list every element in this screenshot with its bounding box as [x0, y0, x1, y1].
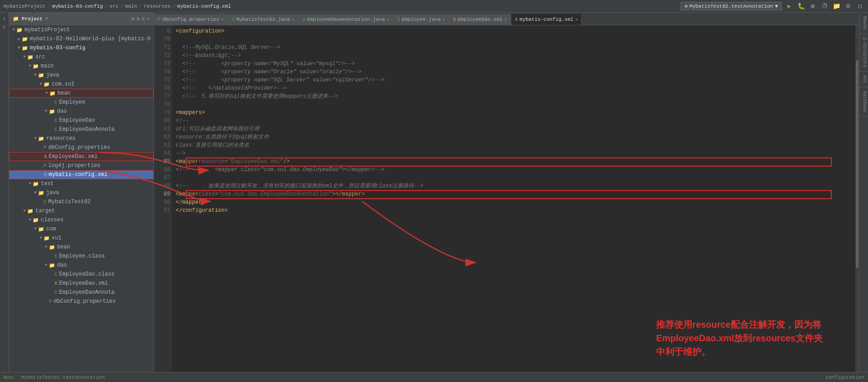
- panel-settings-icon[interactable]: ⚙: [142, 15, 145, 22]
- panel-close-icon[interactable]: ✕: [147, 15, 150, 22]
- profile-button[interactable]: ⏱: [820, 2, 829, 11]
- run-button[interactable]: ▶: [785, 2, 794, 11]
- tree-item-empDaoXml[interactable]: XEmployeeDao.xml: [9, 152, 153, 161]
- tab-icon: P: [158, 17, 161, 22]
- sidebar-icon-2[interactable]: P: [0, 24, 9, 32]
- tree-label-log4j: log4j.properties: [48, 162, 153, 169]
- editor-tab-EmployeeDao_xml[interactable]: XEmployeeDao.xml✕: [449, 14, 511, 25]
- scrollbar-vertical[interactable]: [855, 25, 859, 372]
- panel-dropdown-icon[interactable]: ▼: [45, 16, 48, 21]
- tree-item-dao[interactable]: ▼📁dao: [9, 107, 153, 116]
- tree-item-cfg[interactable]: ▼📁mybatis-03-config: [9, 43, 153, 53]
- tree-icon-empClass: C: [54, 253, 58, 259]
- tree-item-hw[interactable]: ▶📁mybatis-02-HelloWorld-plus [mybatis-0: [9, 34, 153, 43]
- tree-icon-dbConfig2: P: [49, 299, 52, 304]
- editor-tab-Employee_java[interactable]: JEmployee.java✕: [393, 14, 449, 25]
- tree-label-java: java: [46, 72, 153, 78]
- tree-arrow-bean: ▼: [44, 91, 49, 96]
- tree-item-empDaoXml2[interactable]: XEmployeeDao.xml: [9, 279, 153, 288]
- status-run-config: MybatisTest02.testAnnotation: [21, 375, 105, 380]
- tree-item-root[interactable]: ▼📁mybatisProject: [9, 25, 153, 34]
- tab-icon: J: [397, 17, 400, 22]
- panel-sync-icon[interactable]: ⇄: [131, 15, 134, 22]
- tree-item-src[interactable]: ▼📁src: [9, 53, 153, 62]
- tree-item-bean2[interactable]: ▼📁bean: [9, 243, 153, 252]
- toolbar-button2[interactable]: ⊡: [844, 2, 853, 11]
- tree-item-target[interactable]: ▼📁target: [9, 206, 153, 215]
- tree-item-employee[interactable]: CEmployee: [9, 98, 153, 107]
- tree-label-employee: Employee: [59, 99, 153, 105]
- tree-item-dbConfig2[interactable]: PdbConfig.properties: [9, 297, 153, 306]
- tab-close[interactable]: ✕: [387, 17, 389, 22]
- tree-item-empDaoAnno[interactable]: CEmployeeDaoAnnota: [9, 125, 153, 134]
- code-editor[interactable]: 6707172737475767778798081828384858687888…: [154, 25, 859, 372]
- tree-item-empClass[interactable]: CEmployee.class: [9, 252, 153, 261]
- tree-arrow-cfg: ▼: [16, 46, 22, 50]
- editor-tab-EmployeeDaoAnnotation_java[interactable]: JEmployeeDaoAnnotation.java✕: [299, 14, 393, 25]
- run-config-dropdown[interactable]: ⚙ MybatisTest02.testAnnotation ▼: [681, 2, 782, 10]
- right-tab-ant[interactable]: Ant: [859, 72, 868, 87]
- tab-close[interactable]: ✕: [575, 17, 578, 22]
- tree-arrow-root: ▼: [11, 28, 16, 32]
- tree-label-src: src: [35, 54, 153, 60]
- tree-item-testJava[interactable]: ▼📁java: [9, 188, 153, 197]
- tree-item-xu1[interactable]: ▼📁xu1: [9, 234, 153, 243]
- tree-label-dbConfig2: dbConfig.properties: [54, 298, 153, 305]
- tree-item-java[interactable]: ▼📁java: [9, 71, 153, 80]
- tree-item-com2[interactable]: ▼📁com: [9, 224, 153, 234]
- scrollbar-thumb[interactable]: [856, 60, 858, 268]
- editor-tab-MybatisTest02_java[interactable]: JMybatisTest02.java✕: [228, 14, 298, 25]
- tree-item-resources[interactable]: ▼📁resources: [9, 134, 153, 143]
- toolbar-button3[interactable]: ◻: [855, 2, 864, 11]
- tree-item-log4j[interactable]: Plog4j.properties: [9, 161, 153, 170]
- breadcrumb-module[interactable]: mybatis-03-config: [52, 4, 103, 9]
- tree-label-dao2: dao: [57, 262, 153, 268]
- tree-item-com[interactable]: ▼📁com.xu1: [9, 80, 153, 89]
- line-number-72: 72: [154, 52, 170, 60]
- tree-item-dbConfig[interactable]: PdbConfig.properties: [9, 143, 153, 152]
- coverage-button[interactable]: ⚙: [808, 2, 817, 11]
- editor-tabs: PdbConfig.properties✕JMybatisTest02.java…: [154, 13, 859, 25]
- panel-expand-icon[interactable]: ⇅: [136, 15, 139, 22]
- right-tab-maven[interactable]: Maven: [859, 13, 868, 34]
- right-tab-structure[interactable]: Z-Structure: [859, 34, 868, 72]
- tab-close[interactable]: ✕: [221, 17, 224, 22]
- tree-item-dao2[interactable]: ▼📁dao: [9, 261, 153, 270]
- tree-item-mybatisConfig[interactable]: Xmybatis-config.xml: [9, 170, 153, 179]
- code-line-87: [172, 174, 859, 182]
- line-number-76: 76: [154, 84, 170, 92]
- tree-icon-empDaoAnnoClass: C: [54, 290, 58, 295]
- tree-icon-empDaoXml2: X: [54, 281, 58, 286]
- tree-item-bean[interactable]: ▼📁bean: [9, 89, 153, 98]
- breadcrumb-project[interactable]: mybatisProject: [4, 4, 45, 9]
- line-number-88: 88: [154, 182, 170, 190]
- code-content[interactable]: <configuration> <!--MySQL,Oracle,SQL Ser…: [172, 25, 859, 372]
- line-number-73: 73: [154, 60, 170, 68]
- tree-icon-empDaoAnno: C: [54, 127, 58, 132]
- tab-close[interactable]: ✕: [442, 17, 445, 22]
- tree-item-classes[interactable]: ▼📁classes: [9, 215, 153, 224]
- right-tab-database[interactable]: Database: [859, 87, 868, 117]
- editor-tab-dbConfig_properties[interactable]: PdbConfig.properties✕: [154, 14, 228, 25]
- breadcrumb-main[interactable]: main: [125, 4, 137, 9]
- top-bar: mybatisProject / mybatis-03-config / src…: [0, 0, 868, 13]
- debug-button[interactable]: 🐛: [796, 2, 806, 11]
- sidebar-icon-1[interactable]: 1: [0, 14, 9, 23]
- code-line-76: <!-- </databaseIdProvider>-->: [172, 84, 859, 92]
- breadcrumb-file[interactable]: mybatis-config.xml: [177, 4, 231, 9]
- line-number-75: 75: [154, 76, 170, 84]
- breadcrumb-src[interactable]: src: [110, 4, 119, 9]
- tree-item-empDao[interactable]: CEmployeeDao: [9, 116, 153, 125]
- tree-item-test[interactable]: ▼📁test: [9, 179, 153, 188]
- code-line-78: [172, 100, 859, 109]
- tree-item-empDaoAnnoClass[interactable]: CEmployeeDaoAnnota: [9, 288, 153, 297]
- tab-close[interactable]: ✕: [292, 17, 295, 22]
- editor-tab-mybatis-config_xml[interactable]: Xmybatis-config.xml✕: [511, 14, 582, 25]
- tree-item-mybatisTest[interactable]: CMybatisTest02: [9, 197, 153, 206]
- breadcrumb-resources[interactable]: resources: [144, 4, 170, 9]
- toolbar-button1[interactable]: 📁: [832, 2, 841, 11]
- tree-item-main[interactable]: ▼📁main: [9, 62, 153, 71]
- tree-item-empDaoClass[interactable]: CEmployeeDao.class: [9, 270, 153, 279]
- line-number-89: 89: [154, 190, 170, 198]
- tab-close[interactable]: ✕: [504, 17, 507, 22]
